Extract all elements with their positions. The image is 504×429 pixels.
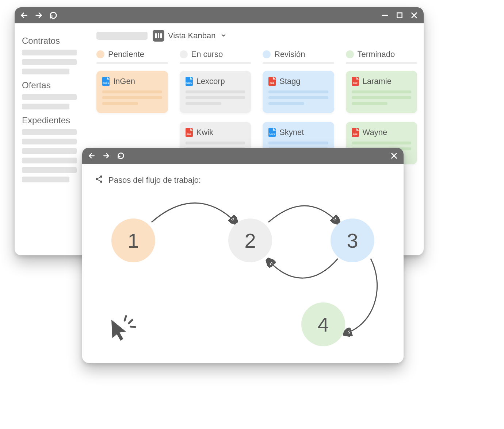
- column-label: Revisión: [274, 50, 305, 59]
- column-header: Pendiente: [96, 50, 168, 59]
- sidebar-item-placeholder[interactable]: [22, 104, 69, 109]
- card-title: Kwik: [196, 128, 213, 137]
- sidebar-section-expedientes[interactable]: Expedientes: [22, 115, 85, 125]
- window-close-button[interactable]: [410, 11, 419, 20]
- svg-point-12: [100, 181, 102, 183]
- column-divider: [180, 62, 251, 64]
- window-titlebar: [15, 7, 424, 23]
- file-docx-icon: DOCX: [268, 128, 276, 137]
- column-header: Revisión: [263, 50, 334, 59]
- card-text-placeholder: [268, 96, 328, 99]
- sidebar-item-placeholder[interactable]: [22, 59, 77, 65]
- file-pdf-icon: PDF: [268, 77, 276, 86]
- workflow-step-4[interactable]: 4: [301, 302, 345, 346]
- window-titlebar: [82, 148, 404, 164]
- svg-rect-3: [397, 13, 402, 18]
- kanban-card[interactable]: DOCX InGen: [96, 71, 168, 113]
- card-title: InGen: [113, 77, 135, 86]
- sidebar: Contratos Ofertas Expedientes: [17, 30, 90, 249]
- chevron-down-icon: [221, 31, 226, 40]
- svg-point-11: [100, 175, 102, 178]
- column-color-dot: [180, 50, 188, 58]
- column-header: Terminado: [346, 50, 417, 59]
- column-divider: [263, 62, 334, 64]
- sidebar-item-placeholder[interactable]: [22, 158, 77, 163]
- file-docx-icon: DOCX: [102, 77, 110, 86]
- column-divider: [96, 62, 168, 64]
- column-header: En curso: [180, 50, 251, 59]
- card-title: Wayne: [363, 128, 387, 137]
- window-minimize-button[interactable]: [381, 11, 389, 20]
- workflow-step-2[interactable]: 2: [228, 219, 272, 262]
- card-text-placeholder: [352, 90, 412, 93]
- workflow-window: Pasos del flujo de trabajo: 1 2: [82, 148, 404, 363]
- svg-line-15: [131, 326, 135, 327]
- column-color-dot: [96, 50, 104, 58]
- card-text-placeholder: [186, 90, 245, 93]
- kanban-icon: [153, 30, 164, 42]
- breadcrumb-placeholder: [96, 32, 148, 40]
- kanban-card[interactable]: PDF Laramie: [346, 71, 417, 113]
- column-color-dot: [346, 50, 354, 58]
- card-text-placeholder: [268, 102, 304, 105]
- kanban-card[interactable]: DOCX Lexcorp: [180, 71, 251, 113]
- sidebar-item-placeholder[interactable]: [22, 69, 69, 74]
- file-pdf-icon: PDF: [186, 128, 193, 137]
- card-text-placeholder: [102, 96, 162, 99]
- card-text-placeholder: [186, 142, 245, 144]
- card-text-placeholder: [186, 96, 245, 99]
- sidebar-item-placeholder[interactable]: [22, 148, 77, 154]
- card-text-placeholder: [102, 102, 138, 105]
- card-title: Lexcorp: [196, 77, 225, 86]
- column-color-dot: [263, 50, 271, 58]
- card-text-placeholder: [268, 142, 328, 144]
- svg-line-14: [129, 320, 133, 324]
- sidebar-section-contratos[interactable]: Contratos: [22, 36, 85, 46]
- card-text-placeholder: [268, 90, 328, 93]
- file-pdf-icon: PDF: [352, 77, 359, 86]
- sidebar-item-placeholder[interactable]: [22, 129, 77, 135]
- column-label: En curso: [191, 50, 223, 59]
- view-selector-label: Vista Kanban: [168, 31, 215, 40]
- file-pdf-icon: PDF: [352, 128, 359, 137]
- workflow-diagram: 1 2 3 4: [82, 193, 404, 363]
- window-maximize-button[interactable]: [395, 11, 404, 20]
- nav-reload-button[interactable]: [49, 11, 58, 20]
- card-text-placeholder: [352, 96, 412, 99]
- sidebar-item-placeholder[interactable]: [22, 139, 77, 144]
- sidebar-item-placeholder[interactable]: [22, 50, 77, 55]
- cursor-click-icon: [108, 313, 137, 344]
- nav-back-button[interactable]: [20, 11, 28, 20]
- file-docx-icon: DOCX: [186, 77, 193, 86]
- kanban-card[interactable]: PDF Stagg: [263, 71, 334, 113]
- card-text-placeholder: [102, 90, 162, 93]
- nav-reload-button[interactable]: [117, 151, 125, 160]
- svg-point-10: [96, 178, 98, 180]
- workflow-title: Pasos del flujo de trabajo:: [108, 175, 201, 185]
- card-title: Stagg: [279, 77, 301, 86]
- nav-forward-button[interactable]: [102, 151, 111, 160]
- sidebar-item-placeholder[interactable]: [22, 177, 69, 182]
- workflow-icon: [95, 175, 103, 186]
- card-title: Laramie: [363, 77, 392, 86]
- window-close-button[interactable]: [390, 151, 398, 160]
- sidebar-section-ofertas[interactable]: Ofertas: [22, 80, 85, 90]
- workflow-step-3[interactable]: 3: [331, 219, 374, 262]
- nav-forward-button[interactable]: [34, 11, 43, 20]
- column-label: Terminado: [358, 50, 395, 59]
- card-text-placeholder: [352, 142, 412, 144]
- svg-line-13: [125, 316, 126, 321]
- workflow-title-row: Pasos del flujo de trabajo:: [95, 175, 391, 186]
- sidebar-item-placeholder[interactable]: [22, 94, 77, 100]
- sidebar-item-placeholder[interactable]: [22, 167, 77, 173]
- view-selector[interactable]: Vista Kanban: [153, 30, 226, 42]
- workflow-step-1[interactable]: 1: [111, 219, 155, 262]
- card-text-placeholder: [186, 102, 221, 105]
- card-text-placeholder: [352, 102, 387, 105]
- nav-back-button[interactable]: [87, 151, 96, 160]
- column-divider: [346, 62, 417, 64]
- column-label: Pendiente: [108, 50, 144, 59]
- card-title: Skynet: [279, 128, 304, 137]
